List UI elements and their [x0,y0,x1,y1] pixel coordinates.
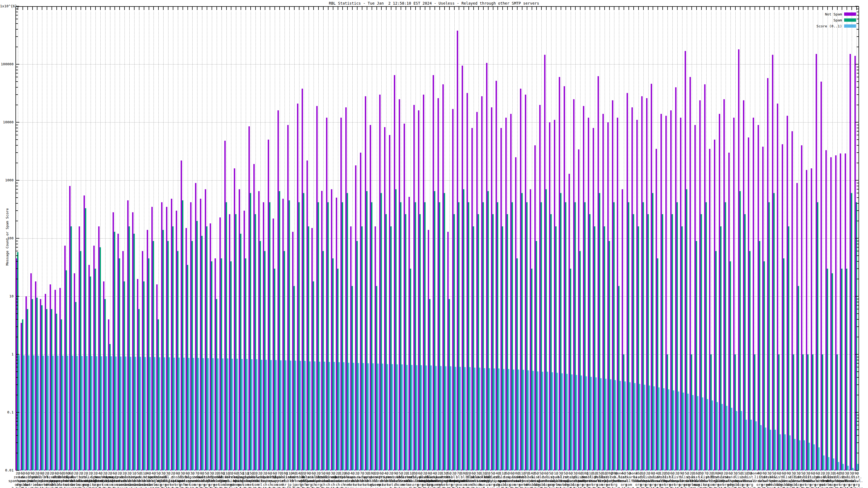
x-top-tick [323,7,323,10]
y-major-tick-left [16,180,19,181]
x-top-tick [81,7,81,10]
bar-score [547,372,548,470]
y-minor-tick-right [857,46,859,47]
bar-score [770,430,771,470]
y-minor-tick-left [16,87,18,88]
y-minor-tick-right [857,299,859,299]
bar-score [280,360,282,470]
y-minor-tick-right [857,302,859,302]
bar-score [518,369,519,470]
x-top-tick [493,7,493,10]
x-top-tick [42,7,42,10]
x-top-tick [541,7,542,10]
y-minor-tick-right [857,23,859,24]
y-minor-tick-right [857,82,859,82]
x-top-tick [289,7,290,10]
y-tick-label: 1000 [0,178,13,182]
y-minor-tick-left [16,163,18,163]
y-minor-tick-left [16,415,18,415]
x-top-tick [536,7,537,10]
y-major-tick-left [16,470,19,470]
x-top-tick [76,7,76,10]
bar-score [464,367,466,470]
y-minor-tick-left [16,183,18,183]
x-top-tick [590,7,590,10]
x-top-tick [333,7,333,10]
bar-score [673,390,674,470]
y-minor-tick-left [16,19,18,19]
bar-score [460,367,461,470]
bar-score [537,371,538,470]
x-top-tick [803,7,803,10]
x-top-tick [740,7,741,10]
x-top-tick [473,7,474,10]
x-top-tick [100,7,101,10]
bar-score [610,379,611,470]
x-top-tick [231,7,231,10]
bar-score [271,360,272,470]
x-top-tick [794,7,794,10]
y-minor-tick-right [857,135,859,135]
bar-spam [832,273,833,470]
y-minor-tick-right [857,453,859,453]
y-minor-tick-left [16,46,18,47]
bar-score [48,356,49,470]
x-top-tick [46,7,47,10]
bar-score [804,440,805,470]
y-minor-tick-right [857,186,859,186]
x-top-tick [192,7,193,10]
x-top-tick [856,7,857,10]
bar-score [72,356,73,470]
bar-score [28,355,30,470]
x-top-tick [90,7,91,10]
x-top-tick [502,7,503,10]
bar-score [712,400,713,470]
bar-score [231,359,233,470]
y-major-tick-right [855,64,859,65]
y-minor-tick-right [857,314,859,314]
x-top-tick [435,7,435,10]
y-minor-tick-right [857,418,859,418]
bar-spam [841,269,842,470]
y-minor-tick-left [16,241,18,241]
bar-score [692,395,693,470]
legend-swatch-spam [844,19,856,22]
bar-score [717,402,718,470]
x-top-tick [483,7,484,10]
y-major-tick-left [16,354,19,355]
x-top-tick [372,7,372,10]
y-minor-tick-right [857,15,859,15]
bar-score [42,356,44,470]
bar-score [852,468,854,470]
y-minor-tick-left [16,186,18,186]
bar-score [818,447,820,470]
y-minor-tick-left [16,314,18,314]
bar-score [300,361,301,470]
x-top-tick [711,7,712,10]
y-tick-label: 1 [0,352,13,356]
y-minor-tick-left [16,309,18,310]
x-top-tick [386,7,386,10]
y-minor-tick-right [857,152,859,153]
y-minor-tick-left [16,105,18,105]
x-top-tick [745,7,745,10]
y-minor-tick-right [857,73,859,73]
bar-score [474,368,475,470]
x-top-tick [808,7,808,10]
x-top-tick [163,7,163,10]
y-minor-tick-left [16,251,18,251]
bar-score [411,365,412,470]
y-minor-tick-right [857,337,859,337]
y-minor-tick-right [857,197,859,198]
y-minor-tick-right [857,163,859,163]
bar-spam [788,226,789,470]
x-top-tick [168,7,168,10]
bar-score [624,382,626,470]
bar-score [620,381,621,470]
x-top-tick [686,7,687,10]
bar-score [421,365,422,470]
y-minor-tick-left [16,210,18,211]
x-top-tick [279,7,280,10]
x-top-tick [144,7,144,10]
bar-score [52,356,54,470]
